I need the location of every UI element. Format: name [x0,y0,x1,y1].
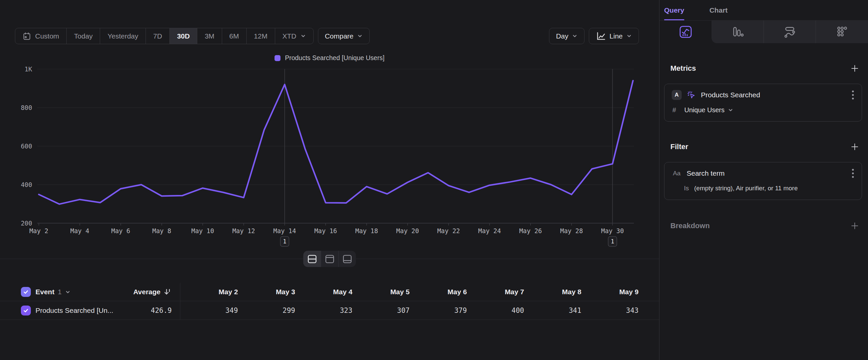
annotation-badge[interactable]: 1 [608,237,617,246]
series-checkbox[interactable] [21,306,31,315]
average-value: 426.9 [151,307,172,314]
table-column-header[interactable]: May 2 [181,288,238,296]
svg-text:May 20: May 20 [396,227,419,234]
tab-query[interactable]: Query [664,0,684,20]
tab-retention[interactable] [816,21,868,43]
table-column-header[interactable]: May 8 [524,288,582,296]
table-column-header[interactable]: May 6 [410,288,467,296]
table-cell: 299 [238,307,296,314]
layout-chart-view-button[interactable] [321,251,339,267]
table-column-header[interactable]: May 4 [295,288,352,296]
range-label: Yesterday [107,32,138,40]
text-property-icon: Aa [672,170,682,177]
compare-button[interactable]: Compare [318,28,370,44]
svg-text:600: 600 [21,142,32,150]
legend-label: Products Searched [Unique Users] [285,54,384,62]
chevron-down-icon [300,33,306,39]
retention-dots-icon [836,25,849,38]
date-column-headers: May 2May 3May 4May 5May 6May 7May 8May 9 [172,288,659,296]
range-6m[interactable]: 6M [222,28,247,44]
filter-value[interactable]: (empty string), Air purifier, or 11 more [694,185,798,192]
chevron-down-icon [572,33,578,39]
table-column-header[interactable]: May 7 [467,288,524,296]
average-label: Average [133,288,160,296]
tab-insights[interactable] [659,21,712,43]
add-filter-button[interactable] [850,142,859,151]
range-12m[interactable]: 12M [247,28,275,44]
table-column-header[interactable]: May 3 [238,288,296,296]
range-label: 3M [205,32,214,40]
table-column-header[interactable]: May 9 [581,288,639,296]
layout-split-view-button[interactable] [303,251,321,267]
range-xtd[interactable]: XTD [275,28,313,44]
chart-view-icon [324,254,336,264]
breakdown-section-header: Breakdown [664,221,862,230]
range-7d[interactable]: 7D [146,28,170,44]
granularity-button[interactable]: Day [549,28,585,44]
metric-letter-badge: A [672,90,682,100]
metric-name[interactable]: Products Searched [701,91,760,99]
add-breakdown-button[interactable] [850,221,859,230]
line-chart-icon [596,31,606,41]
chevron-down-icon [357,33,363,39]
range-label: XTD [282,32,297,40]
tab-flows[interactable] [764,21,816,43]
sort-descending-icon [163,288,172,296]
calendar-icon [23,32,31,40]
range-today[interactable]: Today [67,28,100,44]
query-panel: Query Chart Metrics [659,0,868,360]
insights-icon [679,25,692,38]
range-3m[interactable]: 3M [197,28,222,44]
tab-funnels[interactable] [712,21,764,43]
metrics-section-header: Metrics [664,64,862,73]
query-builder: Metrics A Products Searched # Unique Use… [659,64,868,230]
svg-text:May 28: May 28 [560,227,583,234]
table-cell: 323 [295,307,352,314]
chart-type-button[interactable]: Line [589,28,639,44]
filter-operator[interactable]: Is [684,185,689,192]
svg-text:May 12: May 12 [232,227,255,234]
results-table: Event 1 Average May 2May 3May 4May 5May … [0,283,659,320]
range-yesterday[interactable]: Yesterday [100,28,146,44]
table-cell: 341 [524,307,582,314]
series-line [39,81,633,204]
table-view-icon [342,254,353,264]
svg-text:May 30: May 30 [601,227,624,234]
annotation-badge[interactable]: 1 [280,237,289,246]
layout-toggle-group [303,251,356,267]
table-column-header[interactable]: May 5 [352,288,410,296]
check-icon [22,288,30,296]
event-label: Event [35,288,54,296]
metric-options-button[interactable] [851,90,855,100]
select-all-checkbox[interactable] [21,287,31,297]
filter-options-button[interactable] [851,168,855,179]
range-30d[interactable]: 30D [170,28,197,44]
svg-text:200: 200 [21,220,32,227]
date-value-cells: 349299323307379400341343 [172,307,659,314]
metric-card: A Products Searched # Unique Users [664,84,862,121]
range-label: Today [74,32,93,40]
svg-text:May 6: May 6 [112,227,130,234]
cursor-click-icon [687,90,696,100]
svg-text:May 16: May 16 [314,227,337,234]
event-selector[interactable]: Event 1 [35,288,115,296]
panel-tabs: Query Chart [659,0,868,21]
measure-prefix: # [672,106,684,114]
range-custom[interactable]: Custom [15,28,67,44]
line-chart[interactable]: 2004006008001KMay 2May 4May 6May 8May 10… [0,65,659,251]
measurement-dropdown[interactable]: Unique Users [684,106,734,114]
table-cell: 343 [581,307,639,314]
average-column-header[interactable]: Average [115,288,172,296]
add-metric-button[interactable] [850,64,859,73]
report-type-tab-group [712,21,868,43]
svg-text:400: 400 [21,181,32,188]
check-icon [22,307,30,314]
svg-text:May 26: May 26 [519,227,542,234]
svg-text:800: 800 [21,104,32,111]
filter-property-name[interactable]: Search term [687,169,724,177]
svg-text:May 18: May 18 [355,227,378,234]
tab-chart[interactable]: Chart [710,0,728,20]
chart-legend: Products Searched [Unique Users] [0,54,659,62]
layout-table-view-button[interactable] [339,251,356,267]
report-main: CustomTodayYesterday7D30D3M6M12MXTD Comp… [0,0,659,360]
